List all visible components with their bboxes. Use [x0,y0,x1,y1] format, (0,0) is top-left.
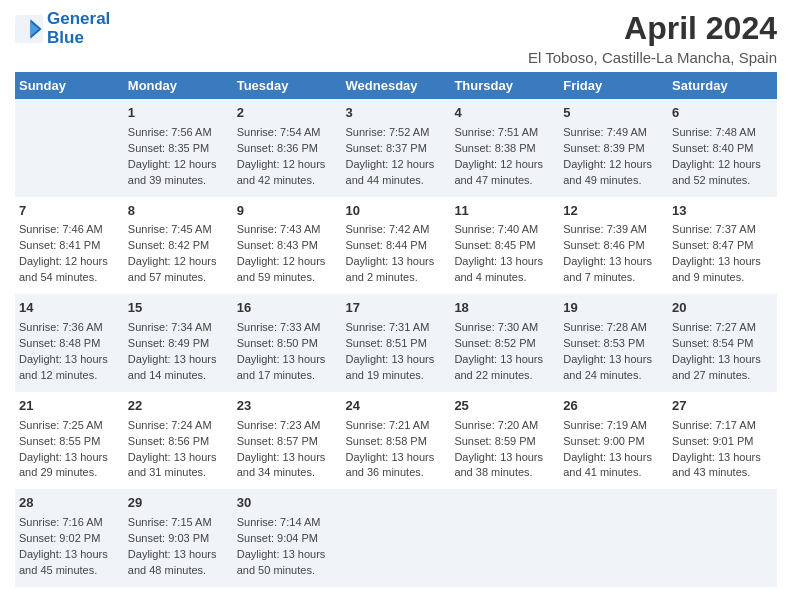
calendar-cell [450,489,559,587]
cell-info: Sunrise: 7:21 AM Sunset: 8:58 PM Dayligh… [346,418,447,482]
cell-info: Sunrise: 7:23 AM Sunset: 8:57 PM Dayligh… [237,418,338,482]
calendar-cell: 8Sunrise: 7:45 AM Sunset: 8:42 PM Daylig… [124,197,233,295]
cell-info: Sunrise: 7:28 AM Sunset: 8:53 PM Dayligh… [563,320,664,384]
cell-info: Sunrise: 7:27 AM Sunset: 8:54 PM Dayligh… [672,320,773,384]
cell-info: Sunrise: 7:33 AM Sunset: 8:50 PM Dayligh… [237,320,338,384]
day-number: 2 [237,104,338,123]
calendar-cell: 10Sunrise: 7:42 AM Sunset: 8:44 PM Dayli… [342,197,451,295]
day-number: 27 [672,397,773,416]
day-number: 22 [128,397,229,416]
calendar-cell: 12Sunrise: 7:39 AM Sunset: 8:46 PM Dayli… [559,197,668,295]
calendar-cell: 21Sunrise: 7:25 AM Sunset: 8:55 PM Dayli… [15,392,124,490]
calendar-cell: 23Sunrise: 7:23 AM Sunset: 8:57 PM Dayli… [233,392,342,490]
cell-info: Sunrise: 7:54 AM Sunset: 8:36 PM Dayligh… [237,125,338,189]
day-number: 16 [237,299,338,318]
day-number: 20 [672,299,773,318]
header-wednesday: Wednesday [342,72,451,99]
day-number: 29 [128,494,229,513]
day-number: 10 [346,202,447,221]
calendar-cell: 18Sunrise: 7:30 AM Sunset: 8:52 PM Dayli… [450,294,559,392]
cell-info: Sunrise: 7:43 AM Sunset: 8:43 PM Dayligh… [237,222,338,286]
calendar-cell: 6Sunrise: 7:48 AM Sunset: 8:40 PM Daylig… [668,99,777,197]
calendar-cell [668,489,777,587]
cell-info: Sunrise: 7:30 AM Sunset: 8:52 PM Dayligh… [454,320,555,384]
cell-info: Sunrise: 7:34 AM Sunset: 8:49 PM Dayligh… [128,320,229,384]
cell-info: Sunrise: 7:20 AM Sunset: 8:59 PM Dayligh… [454,418,555,482]
day-number: 12 [563,202,664,221]
page-header: General Blue April 2024 El Toboso, Casti… [15,10,777,66]
day-number: 28 [19,494,120,513]
calendar-cell: 13Sunrise: 7:37 AM Sunset: 8:47 PM Dayli… [668,197,777,295]
calendar-cell: 16Sunrise: 7:33 AM Sunset: 8:50 PM Dayli… [233,294,342,392]
day-number: 13 [672,202,773,221]
cell-info: Sunrise: 7:52 AM Sunset: 8:37 PM Dayligh… [346,125,447,189]
calendar-table: Sunday Monday Tuesday Wednesday Thursday… [15,72,777,587]
calendar-header: Sunday Monday Tuesday Wednesday Thursday… [15,72,777,99]
calendar-cell: 30Sunrise: 7:14 AM Sunset: 9:04 PM Dayli… [233,489,342,587]
cell-info: Sunrise: 7:37 AM Sunset: 8:47 PM Dayligh… [672,222,773,286]
cell-info: Sunrise: 7:24 AM Sunset: 8:56 PM Dayligh… [128,418,229,482]
header-tuesday: Tuesday [233,72,342,99]
cell-info: Sunrise: 7:36 AM Sunset: 8:48 PM Dayligh… [19,320,120,384]
calendar-cell: 4Sunrise: 7:51 AM Sunset: 8:38 PM Daylig… [450,99,559,197]
header-row: Sunday Monday Tuesday Wednesday Thursday… [15,72,777,99]
logo: General Blue [15,10,110,47]
cell-info: Sunrise: 7:40 AM Sunset: 8:45 PM Dayligh… [454,222,555,286]
day-number: 24 [346,397,447,416]
cell-info: Sunrise: 7:25 AM Sunset: 8:55 PM Dayligh… [19,418,120,482]
day-number: 1 [128,104,229,123]
calendar-cell [15,99,124,197]
day-number: 7 [19,202,120,221]
calendar-cell: 27Sunrise: 7:17 AM Sunset: 9:01 PM Dayli… [668,392,777,490]
day-number: 23 [237,397,338,416]
header-friday: Friday [559,72,668,99]
calendar-cell: 14Sunrise: 7:36 AM Sunset: 8:48 PM Dayli… [15,294,124,392]
logo-icon [15,15,43,43]
day-number: 6 [672,104,773,123]
calendar-cell: 2Sunrise: 7:54 AM Sunset: 8:36 PM Daylig… [233,99,342,197]
calendar-body: 1Sunrise: 7:56 AM Sunset: 8:35 PM Daylig… [15,99,777,587]
day-number: 18 [454,299,555,318]
calendar-title: April 2024 [528,10,777,47]
cell-info: Sunrise: 7:39 AM Sunset: 8:46 PM Dayligh… [563,222,664,286]
header-saturday: Saturday [668,72,777,99]
title-block: April 2024 El Toboso, Castille-La Mancha… [528,10,777,66]
day-number: 5 [563,104,664,123]
calendar-cell: 7Sunrise: 7:46 AM Sunset: 8:41 PM Daylig… [15,197,124,295]
calendar-week-5: 28Sunrise: 7:16 AM Sunset: 9:02 PM Dayli… [15,489,777,587]
calendar-cell: 19Sunrise: 7:28 AM Sunset: 8:53 PM Dayli… [559,294,668,392]
calendar-cell: 24Sunrise: 7:21 AM Sunset: 8:58 PM Dayli… [342,392,451,490]
cell-info: Sunrise: 7:31 AM Sunset: 8:51 PM Dayligh… [346,320,447,384]
calendar-week-3: 14Sunrise: 7:36 AM Sunset: 8:48 PM Dayli… [15,294,777,392]
cell-info: Sunrise: 7:49 AM Sunset: 8:39 PM Dayligh… [563,125,664,189]
day-number: 26 [563,397,664,416]
calendar-week-1: 1Sunrise: 7:56 AM Sunset: 8:35 PM Daylig… [15,99,777,197]
cell-info: Sunrise: 7:17 AM Sunset: 9:01 PM Dayligh… [672,418,773,482]
day-number: 3 [346,104,447,123]
cell-info: Sunrise: 7:14 AM Sunset: 9:04 PM Dayligh… [237,515,338,579]
calendar-cell: 28Sunrise: 7:16 AM Sunset: 9:02 PM Dayli… [15,489,124,587]
cell-info: Sunrise: 7:48 AM Sunset: 8:40 PM Dayligh… [672,125,773,189]
calendar-cell: 1Sunrise: 7:56 AM Sunset: 8:35 PM Daylig… [124,99,233,197]
calendar-cell: 15Sunrise: 7:34 AM Sunset: 8:49 PM Dayli… [124,294,233,392]
cell-info: Sunrise: 7:15 AM Sunset: 9:03 PM Dayligh… [128,515,229,579]
cell-info: Sunrise: 7:42 AM Sunset: 8:44 PM Dayligh… [346,222,447,286]
day-number: 4 [454,104,555,123]
day-number: 14 [19,299,120,318]
cell-info: Sunrise: 7:45 AM Sunset: 8:42 PM Dayligh… [128,222,229,286]
calendar-cell: 22Sunrise: 7:24 AM Sunset: 8:56 PM Dayli… [124,392,233,490]
day-number: 19 [563,299,664,318]
calendar-week-2: 7Sunrise: 7:46 AM Sunset: 8:41 PM Daylig… [15,197,777,295]
cell-info: Sunrise: 7:51 AM Sunset: 8:38 PM Dayligh… [454,125,555,189]
cell-info: Sunrise: 7:56 AM Sunset: 8:35 PM Dayligh… [128,125,229,189]
day-number: 9 [237,202,338,221]
calendar-cell: 25Sunrise: 7:20 AM Sunset: 8:59 PM Dayli… [450,392,559,490]
calendar-cell: 20Sunrise: 7:27 AM Sunset: 8:54 PM Dayli… [668,294,777,392]
day-number: 17 [346,299,447,318]
day-number: 21 [19,397,120,416]
calendar-cell: 9Sunrise: 7:43 AM Sunset: 8:43 PM Daylig… [233,197,342,295]
calendar-week-4: 21Sunrise: 7:25 AM Sunset: 8:55 PM Dayli… [15,392,777,490]
calendar-cell: 29Sunrise: 7:15 AM Sunset: 9:03 PM Dayli… [124,489,233,587]
day-number: 25 [454,397,555,416]
calendar-cell [559,489,668,587]
